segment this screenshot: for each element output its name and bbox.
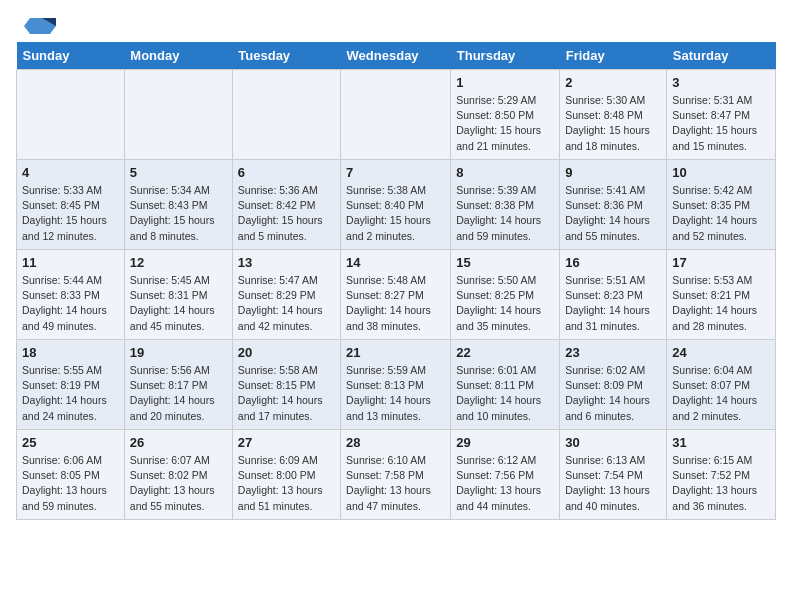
calendar-cell: 24Sunrise: 6:04 AM Sunset: 8:07 PM Dayli…	[667, 340, 776, 430]
day-number: 7	[346, 165, 445, 180]
day-info: Sunrise: 5:29 AM Sunset: 8:50 PM Dayligh…	[456, 93, 554, 154]
day-number: 23	[565, 345, 661, 360]
calendar-week-row: 4Sunrise: 5:33 AM Sunset: 8:45 PM Daylig…	[17, 160, 776, 250]
day-number: 15	[456, 255, 554, 270]
calendar-cell: 6Sunrise: 5:36 AM Sunset: 8:42 PM Daylig…	[232, 160, 340, 250]
calendar-cell	[124, 70, 232, 160]
calendar-cell: 11Sunrise: 5:44 AM Sunset: 8:33 PM Dayli…	[17, 250, 125, 340]
header-day: Wednesday	[341, 42, 451, 70]
calendar-cell: 19Sunrise: 5:56 AM Sunset: 8:17 PM Dayli…	[124, 340, 232, 430]
logo	[16, 16, 56, 32]
day-info: Sunrise: 5:47 AM Sunset: 8:29 PM Dayligh…	[238, 273, 335, 334]
calendar-cell: 12Sunrise: 5:45 AM Sunset: 8:31 PM Dayli…	[124, 250, 232, 340]
calendar-cell: 2Sunrise: 5:30 AM Sunset: 8:48 PM Daylig…	[560, 70, 667, 160]
calendar-cell: 29Sunrise: 6:12 AM Sunset: 7:56 PM Dayli…	[451, 430, 560, 520]
calendar-cell: 28Sunrise: 6:10 AM Sunset: 7:58 PM Dayli…	[341, 430, 451, 520]
day-info: Sunrise: 6:10 AM Sunset: 7:58 PM Dayligh…	[346, 453, 445, 514]
day-info: Sunrise: 6:04 AM Sunset: 8:07 PM Dayligh…	[672, 363, 770, 424]
calendar-cell: 21Sunrise: 5:59 AM Sunset: 8:13 PM Dayli…	[341, 340, 451, 430]
day-number: 26	[130, 435, 227, 450]
calendar-cell: 3Sunrise: 5:31 AM Sunset: 8:47 PM Daylig…	[667, 70, 776, 160]
day-info: Sunrise: 5:56 AM Sunset: 8:17 PM Dayligh…	[130, 363, 227, 424]
day-info: Sunrise: 6:15 AM Sunset: 7:52 PM Dayligh…	[672, 453, 770, 514]
calendar-cell: 9Sunrise: 5:41 AM Sunset: 8:36 PM Daylig…	[560, 160, 667, 250]
day-number: 28	[346, 435, 445, 450]
calendar-cell: 30Sunrise: 6:13 AM Sunset: 7:54 PM Dayli…	[560, 430, 667, 520]
header-day: Friday	[560, 42, 667, 70]
day-info: Sunrise: 5:48 AM Sunset: 8:27 PM Dayligh…	[346, 273, 445, 334]
header-row: SundayMondayTuesdayWednesdayThursdayFrid…	[17, 42, 776, 70]
calendar-cell: 4Sunrise: 5:33 AM Sunset: 8:45 PM Daylig…	[17, 160, 125, 250]
header-day: Thursday	[451, 42, 560, 70]
calendar-cell: 13Sunrise: 5:47 AM Sunset: 8:29 PM Dayli…	[232, 250, 340, 340]
calendar-cell: 15Sunrise: 5:50 AM Sunset: 8:25 PM Dayli…	[451, 250, 560, 340]
day-info: Sunrise: 5:30 AM Sunset: 8:48 PM Dayligh…	[565, 93, 661, 154]
header-day: Monday	[124, 42, 232, 70]
day-info: Sunrise: 6:13 AM Sunset: 7:54 PM Dayligh…	[565, 453, 661, 514]
day-info: Sunrise: 5:51 AM Sunset: 8:23 PM Dayligh…	[565, 273, 661, 334]
day-number: 2	[565, 75, 661, 90]
day-number: 12	[130, 255, 227, 270]
day-number: 3	[672, 75, 770, 90]
day-info: Sunrise: 6:06 AM Sunset: 8:05 PM Dayligh…	[22, 453, 119, 514]
day-number: 22	[456, 345, 554, 360]
day-info: Sunrise: 5:44 AM Sunset: 8:33 PM Dayligh…	[22, 273, 119, 334]
day-number: 16	[565, 255, 661, 270]
day-info: Sunrise: 5:39 AM Sunset: 8:38 PM Dayligh…	[456, 183, 554, 244]
header-day: Saturday	[667, 42, 776, 70]
day-number: 14	[346, 255, 445, 270]
calendar-cell: 23Sunrise: 6:02 AM Sunset: 8:09 PM Dayli…	[560, 340, 667, 430]
calendar-cell	[17, 70, 125, 160]
calendar-cell	[232, 70, 340, 160]
day-number: 20	[238, 345, 335, 360]
day-info: Sunrise: 6:07 AM Sunset: 8:02 PM Dayligh…	[130, 453, 227, 514]
calendar-cell: 17Sunrise: 5:53 AM Sunset: 8:21 PM Dayli…	[667, 250, 776, 340]
day-info: Sunrise: 5:59 AM Sunset: 8:13 PM Dayligh…	[346, 363, 445, 424]
day-info: Sunrise: 5:58 AM Sunset: 8:15 PM Dayligh…	[238, 363, 335, 424]
day-number: 11	[22, 255, 119, 270]
page-header	[16, 16, 776, 32]
calendar-week-row: 25Sunrise: 6:06 AM Sunset: 8:05 PM Dayli…	[17, 430, 776, 520]
day-number: 18	[22, 345, 119, 360]
calendar-week-row: 1Sunrise: 5:29 AM Sunset: 8:50 PM Daylig…	[17, 70, 776, 160]
calendar-cell: 8Sunrise: 5:39 AM Sunset: 8:38 PM Daylig…	[451, 160, 560, 250]
day-number: 9	[565, 165, 661, 180]
calendar-cell: 7Sunrise: 5:38 AM Sunset: 8:40 PM Daylig…	[341, 160, 451, 250]
day-info: Sunrise: 6:02 AM Sunset: 8:09 PM Dayligh…	[565, 363, 661, 424]
calendar-cell: 1Sunrise: 5:29 AM Sunset: 8:50 PM Daylig…	[451, 70, 560, 160]
day-number: 17	[672, 255, 770, 270]
day-number: 6	[238, 165, 335, 180]
calendar-week-row: 11Sunrise: 5:44 AM Sunset: 8:33 PM Dayli…	[17, 250, 776, 340]
calendar-cell: 18Sunrise: 5:55 AM Sunset: 8:19 PM Dayli…	[17, 340, 125, 430]
day-number: 21	[346, 345, 445, 360]
calendar-cell: 25Sunrise: 6:06 AM Sunset: 8:05 PM Dayli…	[17, 430, 125, 520]
calendar-cell: 10Sunrise: 5:42 AM Sunset: 8:35 PM Dayli…	[667, 160, 776, 250]
day-info: Sunrise: 5:53 AM Sunset: 8:21 PM Dayligh…	[672, 273, 770, 334]
calendar-cell: 27Sunrise: 6:09 AM Sunset: 8:00 PM Dayli…	[232, 430, 340, 520]
day-info: Sunrise: 6:12 AM Sunset: 7:56 PM Dayligh…	[456, 453, 554, 514]
logo-icon	[20, 16, 56, 36]
calendar-cell: 16Sunrise: 5:51 AM Sunset: 8:23 PM Dayli…	[560, 250, 667, 340]
calendar-cell: 31Sunrise: 6:15 AM Sunset: 7:52 PM Dayli…	[667, 430, 776, 520]
calendar-cell: 22Sunrise: 6:01 AM Sunset: 8:11 PM Dayli…	[451, 340, 560, 430]
day-number: 10	[672, 165, 770, 180]
day-info: Sunrise: 5:31 AM Sunset: 8:47 PM Dayligh…	[672, 93, 770, 154]
day-info: Sunrise: 5:38 AM Sunset: 8:40 PM Dayligh…	[346, 183, 445, 244]
day-number: 30	[565, 435, 661, 450]
day-number: 8	[456, 165, 554, 180]
calendar-cell: 14Sunrise: 5:48 AM Sunset: 8:27 PM Dayli…	[341, 250, 451, 340]
calendar-cell: 20Sunrise: 5:58 AM Sunset: 8:15 PM Dayli…	[232, 340, 340, 430]
day-number: 4	[22, 165, 119, 180]
day-number: 29	[456, 435, 554, 450]
day-number: 31	[672, 435, 770, 450]
day-info: Sunrise: 5:36 AM Sunset: 8:42 PM Dayligh…	[238, 183, 335, 244]
day-info: Sunrise: 5:34 AM Sunset: 8:43 PM Dayligh…	[130, 183, 227, 244]
calendar-week-row: 18Sunrise: 5:55 AM Sunset: 8:19 PM Dayli…	[17, 340, 776, 430]
calendar-cell: 5Sunrise: 5:34 AM Sunset: 8:43 PM Daylig…	[124, 160, 232, 250]
day-info: Sunrise: 5:55 AM Sunset: 8:19 PM Dayligh…	[22, 363, 119, 424]
day-info: Sunrise: 5:50 AM Sunset: 8:25 PM Dayligh…	[456, 273, 554, 334]
day-number: 5	[130, 165, 227, 180]
calendar-cell: 26Sunrise: 6:07 AM Sunset: 8:02 PM Dayli…	[124, 430, 232, 520]
day-info: Sunrise: 5:42 AM Sunset: 8:35 PM Dayligh…	[672, 183, 770, 244]
day-info: Sunrise: 5:45 AM Sunset: 8:31 PM Dayligh…	[130, 273, 227, 334]
